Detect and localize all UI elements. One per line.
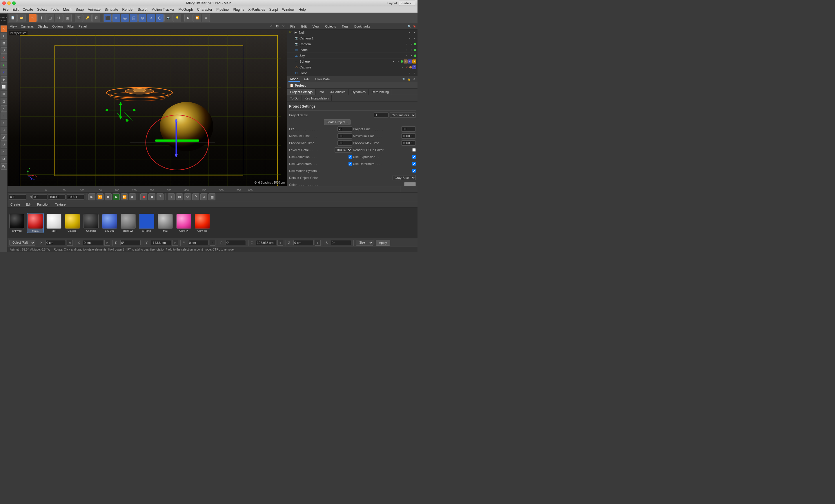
toolbar-timeline[interactable]: 🎬 xyxy=(75,14,83,22)
obj-row-floor[interactable]: ⊟ Floor ▪ ▪ xyxy=(287,70,418,76)
mat-item-shiny-black[interactable]: Shiny Bl xyxy=(9,213,25,233)
toolbar-cube-prim[interactable]: ⬛ xyxy=(103,14,111,22)
viewport-3d[interactable]: View Cameras Display Options Filter Pane… xyxy=(7,23,287,186)
attr-tab-x-particles[interactable]: X-Particles xyxy=(327,89,348,95)
menu-script[interactable]: Script xyxy=(267,7,280,12)
btn-stop[interactable]: ⏹ xyxy=(105,194,111,200)
rot-z-value[interactable] xyxy=(331,240,351,245)
btn-snap-key[interactable]: + xyxy=(168,194,175,200)
preview-end-input[interactable] xyxy=(67,194,84,200)
obj-floor-vis[interactable]: ▪ xyxy=(408,71,412,75)
scale-project-button[interactable]: Scale Project... xyxy=(324,119,350,125)
tool-knife[interactable]: K xyxy=(1,149,7,155)
pos-z-stepper[interactable]: B xyxy=(278,240,283,246)
render-lod-checkbox[interactable] xyxy=(412,148,416,152)
fps-input[interactable] xyxy=(338,126,352,132)
tool-magnet[interactable]: U xyxy=(1,142,7,148)
obj-plane-render[interactable]: ▪ xyxy=(409,48,413,52)
use-expr-checkbox[interactable] xyxy=(412,155,416,159)
apply-button[interactable]: Apply xyxy=(376,240,390,246)
attr-tab-info[interactable]: Info xyxy=(316,89,327,95)
size-z-stepper[interactable]: B xyxy=(315,240,321,246)
preview-min-input[interactable] xyxy=(338,140,352,146)
attr-lock-icon[interactable]: 🔒 xyxy=(407,77,411,81)
btn-fps-display[interactable]: P xyxy=(192,194,199,200)
menu-create[interactable]: Create xyxy=(21,7,35,12)
toolbar-nurbs[interactable]: ◎ xyxy=(121,14,129,22)
mat-item-glow-red[interactable]: Glow Re xyxy=(194,213,210,233)
use-anim-checkbox[interactable] xyxy=(348,155,352,159)
tool-move[interactable]: ✛ xyxy=(1,33,7,39)
project-scale-input[interactable] xyxy=(374,113,388,118)
obj-plane-vis[interactable]: ▪ xyxy=(405,48,409,52)
pos-y-value[interactable] xyxy=(151,240,171,245)
mat-item-xpartic[interactable]: X-Partic xyxy=(139,213,155,233)
obj-sphere-vis[interactable]: ▪ xyxy=(391,59,395,63)
attr-tab-mode[interactable]: Mode xyxy=(288,77,300,82)
mat-tab-function[interactable]: Function xyxy=(35,202,51,207)
menu-select[interactable]: Select xyxy=(35,7,48,12)
toolbar-spline-prim[interactable]: ✏ xyxy=(112,14,120,22)
obj-camera1-vis[interactable]: ▪ xyxy=(408,36,412,40)
toolbar-toggle-mode[interactable]: ⊞ xyxy=(63,14,72,22)
current-frame-input[interactable] xyxy=(9,194,26,200)
attr-tab-edit[interactable]: Edit xyxy=(302,77,311,81)
project-time-input[interactable] xyxy=(401,126,416,132)
menu-edit[interactable]: Edit xyxy=(11,7,20,12)
obj-tab-tags[interactable]: Tags xyxy=(340,24,350,29)
vp-menu-options[interactable]: Options xyxy=(51,24,64,29)
default-color-dropdown[interactable]: Gray-Blue xyxy=(392,175,416,180)
menu-animate[interactable]: Animate xyxy=(86,7,102,12)
mat-item-milk[interactable]: Milk xyxy=(46,213,62,233)
preview-max-input[interactable] xyxy=(401,140,416,146)
btn-question[interactable]: ? xyxy=(157,194,164,200)
menu-mograph[interactable]: MoGraph xyxy=(177,7,195,12)
menu-file[interactable]: File xyxy=(1,7,10,12)
menu-mesh[interactable]: Mesh xyxy=(61,7,73,12)
tool-edge[interactable]: ╱ xyxy=(1,105,7,112)
obj-row-sphere[interactable]: ○ Sphere ▪ ▪ T P ★ xyxy=(287,59,418,64)
viewport-canvas[interactable]: X Y Z Perspective Grid Spacing : 1000 cm xyxy=(7,29,287,186)
attr-tab-user-data[interactable]: User Data xyxy=(314,77,332,81)
mat-item-channel[interactable]: Channel xyxy=(83,213,99,233)
toolbar-mograph-prim[interactable]: ⊛ xyxy=(138,14,146,22)
vp-menu-filter[interactable]: Filter xyxy=(66,24,75,29)
max-time-input[interactable] xyxy=(401,134,416,139)
btn-first-frame[interactable]: ⏮ xyxy=(88,194,95,200)
mat-item-sky001[interactable]: Sky 001 xyxy=(101,213,118,233)
tool-paint[interactable]: 🖌 xyxy=(1,134,7,141)
tool-z-axis[interactable]: Z xyxy=(1,69,7,75)
obj-sky-render[interactable]: ▪ xyxy=(409,54,413,58)
size-y-value[interactable] xyxy=(188,240,208,245)
tool-x-axis[interactable]: X xyxy=(1,55,7,61)
toolbar-ipr[interactable]: ⏩ xyxy=(193,14,201,22)
mat-tab-texture[interactable]: Texture xyxy=(53,202,67,207)
toolbar-rotate2[interactable]: ↺ xyxy=(55,14,63,22)
menu-render[interactable]: Render xyxy=(121,7,136,12)
toolbar-field[interactable]: ⬡ xyxy=(156,14,164,22)
mat-item-mat1[interactable]: Mat.1 xyxy=(27,213,43,233)
vp-icon-resize[interactable]: ⤢ xyxy=(269,24,274,29)
obj-camera1-render[interactable]: ▪ xyxy=(412,36,416,40)
btn-last-frame[interactable]: ⏭ xyxy=(129,194,136,200)
menu-tools[interactable]: Tools xyxy=(49,7,61,12)
tool-mirror[interactable]: M xyxy=(1,156,7,162)
obj-sky-vis[interactable]: ▪ xyxy=(405,54,409,58)
toolbar-new[interactable]: 📄 xyxy=(9,14,17,22)
vp-icon-close[interactable]: ✕ xyxy=(281,24,286,29)
pos-x-stepper[interactable]: H xyxy=(67,240,73,246)
layout-dropdown[interactable]: Startup xyxy=(399,1,415,6)
toolbar-cursor[interactable]: ↖ xyxy=(29,14,37,22)
vp-menu-view[interactable]: View xyxy=(9,24,18,29)
tool-scale[interactable]: ⊡ xyxy=(1,40,7,46)
attr-tab-project-settings[interactable]: Project Settings xyxy=(287,89,316,95)
pos-y-stepper[interactable]: P xyxy=(172,240,178,246)
menu-window[interactable]: Window xyxy=(280,7,296,12)
btn-loop[interactable]: ↺ xyxy=(184,194,191,200)
tool-poly[interactable]: ◻ xyxy=(1,98,7,104)
use-def-checkbox[interactable] xyxy=(412,162,416,166)
obj-bookmark-icon[interactable]: 🔖 xyxy=(412,24,416,28)
btn-stop2[interactable]: ⏹ xyxy=(148,194,156,200)
use-gen-checkbox[interactable] xyxy=(348,162,352,166)
obj-row-null[interactable]: L0 ▶ Null ▪ ▪ xyxy=(287,29,418,35)
